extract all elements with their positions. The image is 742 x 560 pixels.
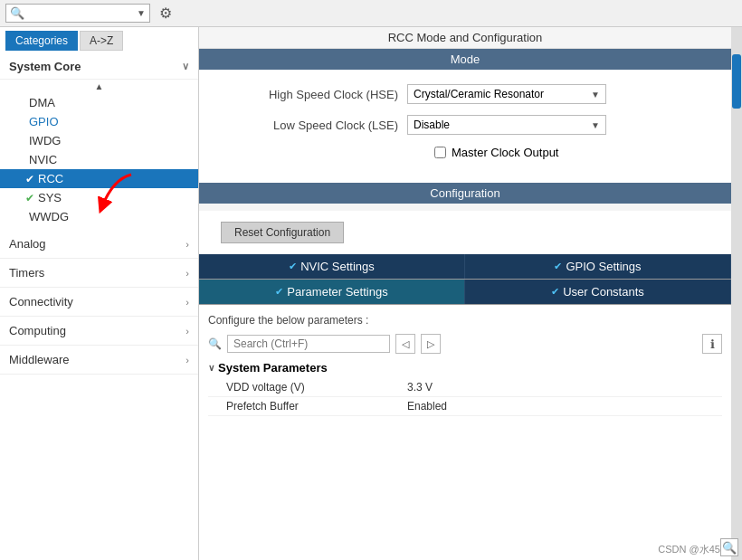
param-search-box[interactable] [227,335,390,353]
analog-label: Analog [9,237,45,251]
sidebar-category-timers[interactable]: Timers › [0,259,198,288]
sidebar-category-middleware[interactable]: Middleware › [0,346,198,375]
nvic-tab-check-icon: ✔ [289,261,297,272]
sys-params-label: System Parameters [218,361,328,375]
sys-check-icon: ✔ [25,192,34,204]
sys-label: SYS [38,191,62,204]
connectivity-label: Connectivity [9,295,73,308]
master-clock-checkbox[interactable] [434,147,446,158]
dma-label: DMA [29,96,55,109]
hse-label: High Speed Clock (HSE) [217,88,398,101]
middleware-chevron-icon: › [186,355,189,365]
configure-text: Configure the below parameters : [208,310,722,330]
config-tabs-row1: ✔ NVIC Settings ✔ GPIO Settings [199,254,731,280]
top-bar: 🔍 ▼ ⚙ [0,0,742,27]
hse-value: Crystal/Ceramic Resonator [414,88,544,100]
sidebar-category-analog[interactable]: Analog › [0,230,198,259]
sidebar-item-sys[interactable]: ✔ SYS [0,188,198,207]
tab-nvic-settings[interactable]: ✔ NVIC Settings [199,254,465,279]
user-tab-check-icon: ✔ [551,286,559,298]
sidebar-item-wwdg[interactable]: WWDG [0,207,198,226]
param-info-icon[interactable]: ℹ [702,334,722,354]
sidebar-item-nvic[interactable]: NVIC [0,150,198,169]
tab-gpio-settings[interactable]: ✔ GPIO Settings [465,254,731,279]
rcc-label: RCC [38,172,63,185]
rcc-check-icon: ✔ [25,173,34,185]
prefetch-param-value: Enabled [407,400,447,413]
param-search-row: 🔍 ◁ ▷ ℹ [208,330,722,357]
gpio-tab-label: GPIO Settings [566,260,641,273]
middleware-label: Middleware [9,353,69,366]
user-tab-label: User Constants [563,285,644,299]
analog-chevron-icon: › [186,239,189,250]
lse-label: Low Speed Clock (LSE) [217,119,398,132]
sidebar-category-computing[interactable]: Computing › [0,317,198,346]
sidebar-item-dma[interactable]: DMA [0,93,198,112]
dropdown-arrow-icon[interactable]: ▼ [137,8,146,18]
right-scrollbar[interactable] [731,27,742,560]
lse-select[interactable]: Disable ▼ [407,115,606,135]
scrollbar-thumb [732,54,741,109]
master-clock-label: Master Clock Output [452,146,559,159]
config-section: Reset Configuration ✔ NVIC Settings ✔ GP… [199,211,731,560]
scroll-up-icon: ▲ [95,81,104,91]
mode-section-header: Mode [199,49,731,70]
param-row-prefetch: Prefetch Buffer Enabled [208,397,722,416]
gpio-label: GPIO [29,115,59,128]
param-tab-check-icon: ✔ [275,286,283,298]
sidebar-item-iwdg[interactable]: IWDG [0,131,198,150]
param-prev-button[interactable]: ◁ [395,334,415,354]
content-title: RCC Mode and Configuration [199,27,731,49]
tab-categories[interactable]: Categories [5,31,78,51]
search-input[interactable] [26,7,135,20]
search-icon: 🔍 [10,6,24,20]
gpio-tab-check-icon: ✔ [554,261,562,272]
hse-row: High Speed Clock (HSE) Crystal/Ceramic R… [199,79,731,109]
sidebar-tabs: Categories A->Z [0,27,198,54]
prefetch-param-name: Prefetch Buffer [226,400,407,413]
param-row-vdd: VDD voltage (V) 3.3 V [208,378,722,397]
sidebar-item-rcc[interactable]: ✔ RCC [0,169,198,188]
hse-select[interactable]: Crystal/Ceramic Resonator ▼ [407,84,606,104]
wwdg-label: WWDG [29,210,69,223]
param-next-button[interactable]: ▷ [421,334,441,354]
lse-row: Low Speed Clock (LSE) Disable ▼ [199,109,731,140]
tab-user-constants[interactable]: ✔ User Constants [465,280,731,304]
computing-chevron-icon: › [186,326,189,337]
content-area: RCC Mode and Configuration Mode High Spe… [199,27,731,560]
master-clock-row: Master Clock Output [199,140,731,165]
config-tabs-row2: ✔ Parameter Settings ✔ User Constants [199,280,731,305]
system-core-sublist: ▲ DMA GPIO IWDG NVIC ✔ [0,80,198,230]
reset-config-button[interactable]: Reset Configuration [221,222,344,243]
sys-params-chevron-icon: ∨ [208,363,214,373]
gear-icon[interactable]: ⚙ [159,5,172,22]
sys-params-header[interactable]: ∨ System Parameters [208,357,722,378]
tab-atoz[interactable]: A->Z [80,31,123,51]
param-tab-label: Parameter Settings [287,285,387,299]
nvic-label: NVIC [29,153,57,166]
zoom-button[interactable]: 🔍 [720,538,738,556]
scroll-up-btn[interactable]: ▲ [0,80,198,93]
lse-value: Disable [414,119,450,131]
iwdg-label: IWDG [29,134,61,147]
sidebar-category-connectivity[interactable]: Connectivity › [0,288,198,317]
computing-label: Computing [9,324,66,337]
search-box[interactable]: 🔍 ▼ [5,4,150,23]
param-search-icon: 🔍 [208,337,222,350]
system-core-chevron: ∨ [182,61,189,72]
lse-select-arrow-icon: ▼ [591,120,600,130]
system-core-header[interactable]: System Core ∨ [0,54,198,80]
timers-chevron-icon: › [186,268,189,279]
hse-select-arrow-icon: ▼ [591,90,600,100]
vdd-param-value: 3.3 V [407,381,433,394]
connectivity-chevron-icon: › [186,297,189,308]
main-layout: Categories A->Z System Core ∨ ▲ DMA GPIO… [0,27,742,560]
config-section-header: Configuration [199,183,731,204]
param-search-input[interactable] [233,337,384,350]
nvic-tab-label: NVIC Settings [300,260,375,273]
param-area: Configure the below parameters : 🔍 ◁ ▷ ℹ… [199,305,731,422]
sidebar: Categories A->Z System Core ∨ ▲ DMA GPIO… [0,27,199,560]
sidebar-item-gpio[interactable]: GPIO [0,112,198,131]
tab-parameter-settings[interactable]: ✔ Parameter Settings [199,280,465,304]
zoom-icon: 🔍 [722,541,737,555]
